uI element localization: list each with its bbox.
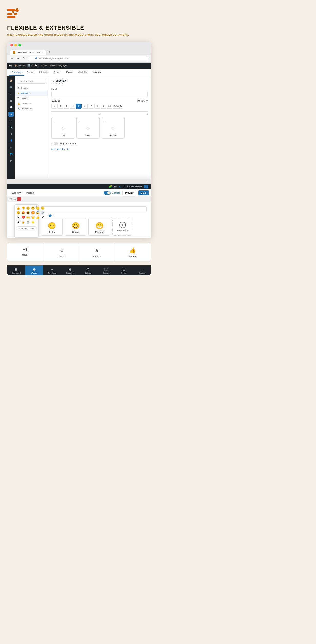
- emoji-angry[interactable]: 😡: [31, 211, 35, 215]
- emoji-neutral[interactable]: 😐: [41, 206, 45, 210]
- scale-btn-2[interactable]: 2: [57, 104, 63, 109]
- emoji-type-icon-circle[interactable]: ⬤: [49, 214, 52, 217]
- sidebar-icon-settings[interactable]: ⚙: [8, 132, 14, 137]
- emoji-star[interactable]: ⭐: [31, 220, 35, 224]
- scale-btn-8[interactable]: 8: [94, 104, 100, 109]
- preview-button[interactable]: Preview: [122, 190, 136, 195]
- scale-btn-1[interactable]: 1: [51, 104, 57, 109]
- sidebar-icon-comments[interactable]: 💬: [8, 105, 14, 110]
- save-button[interactable]: Save: [138, 190, 149, 195]
- emoji-coffee[interactable]: ☕: [26, 220, 30, 224]
- bottom-nav-templates[interactable]: ≡ Templates: [43, 265, 61, 275]
- wp-notes[interactable]: 💬 1: [34, 64, 39, 67]
- enabled-toggle[interactable]: Enabled: [104, 191, 120, 195]
- settings-menu-behaviours[interactable]: 🔧 Behaviours: [15, 106, 48, 111]
- wp-language[interactable]: Show all languages: [50, 64, 67, 67]
- emoji-popup-close-button[interactable]: ✕: [35, 205, 37, 208]
- sidebar-icon-edit[interactable]: ✏: [8, 92, 14, 97]
- new-tab-button[interactable]: +: [46, 48, 52, 55]
- tab-workflow[interactable]: Workflow: [76, 69, 90, 76]
- back-button[interactable]: ←: [10, 56, 14, 61]
- tab2-insights[interactable]: Insights: [24, 189, 37, 196]
- label-input[interactable]: [51, 92, 148, 97]
- bottom-nav-upgrade[interactable]: ↑ Upgrade: [133, 265, 151, 275]
- tab-close-button[interactable]: ✕: [41, 51, 43, 54]
- puzzle-icon[interactable]: 🧩: [108, 185, 112, 188]
- emoji-grin[interactable]: 😀: [31, 206, 35, 210]
- sidebar-icon-pages[interactable]: ☰: [8, 98, 14, 103]
- tab-insights[interactable]: Insights: [90, 69, 103, 76]
- tab-browse[interactable]: Browse: [51, 69, 64, 76]
- emoji-cross[interactable]: ✘: [16, 220, 21, 224]
- add-attribute-link[interactable]: Add new attribute: [51, 148, 148, 150]
- bottom-nav-popup[interactable]: ☐ Popup: [115, 265, 133, 275]
- emoji-thumbs-up[interactable]: 👍: [16, 206, 21, 210]
- more-options-icon[interactable]: ⋮: [123, 185, 125, 188]
- address-bar[interactable]: G Search Google or type a URL: [28, 56, 148, 61]
- sidebar-icon-tools[interactable]: 🔧: [8, 125, 14, 130]
- emoji-check[interactable]: ✔: [41, 215, 45, 219]
- new-point-button[interactable]: + New Point: [112, 218, 133, 236]
- emoji-thumbsup2[interactable]: 👍: [36, 215, 40, 219]
- widget-type-stars[interactable]: ★ 5 Stars: [79, 243, 115, 261]
- emoji-thumbs-down[interactable]: 👎: [21, 206, 25, 210]
- sidebar-icon-media[interactable]: ▶: [8, 158, 14, 163]
- widget-type-faces[interactable]: ☺ Faces: [43, 243, 79, 261]
- emoji-clap[interactable]: 🙌: [26, 215, 30, 219]
- scale-btn-7[interactable]: 7: [88, 104, 94, 109]
- collapse-icon[interactable]: ⌄: [146, 179, 148, 183]
- tab-export[interactable]: Export: [64, 69, 76, 76]
- wp-site-name[interactable]: 🏠 Website: [14, 64, 25, 67]
- widget-type-thumbs[interactable]: 👍 Thumbs: [115, 243, 151, 261]
- refresh-button[interactable]: ↻: [22, 56, 26, 61]
- emoji-skull[interactable]: 💀: [41, 211, 45, 215]
- bottom-nav-dashboard[interactable]: ⊞ Dashboard: [7, 265, 25, 275]
- emoji-star-struck[interactable]: 🤩: [21, 211, 25, 215]
- emoji-scared[interactable]: 😱: [36, 211, 40, 215]
- scale-btn-3[interactable]: 3: [64, 104, 69, 109]
- scale-btn-10[interactable]: 10: [107, 104, 112, 109]
- sidebar-icon-translate[interactable]: 🌐: [8, 152, 14, 157]
- emoji-type-icon-image[interactable]: ▭: [53, 214, 55, 217]
- wp-logo-icon[interactable]: W: [9, 64, 12, 67]
- paste-custom-emoji-button[interactable]: Paste custom emoji: [16, 226, 37, 230]
- emoji-sweat-smile[interactable]: 😅: [26, 211, 30, 215]
- scale-btn-5[interactable]: 5: [76, 104, 82, 109]
- forward-button[interactable]: →: [16, 56, 20, 61]
- close-dot[interactable]: [10, 44, 13, 46]
- settings-search-input[interactable]: [17, 79, 46, 84]
- emoji-smile[interactable]: 😊: [26, 206, 30, 210]
- bottom-nav-extensions[interactable]: ⊕ Extensions: [61, 265, 79, 275]
- sidebar-icon-users[interactable]: 👤: [8, 138, 14, 143]
- wp-comments[interactable]: 🔄 6: [27, 64, 32, 67]
- wp-new[interactable]: + New: [41, 64, 47, 67]
- sidebar-icon-blocks[interactable]: ⊞: [8, 145, 14, 150]
- sidebar-icon-search[interactable]: 🔍: [8, 85, 14, 90]
- emoji-broken-heart[interactable]: 💔: [21, 215, 25, 219]
- settings-menu-general[interactable]: ⚙ General: [15, 86, 48, 91]
- widget-type-count[interactable]: +1 Count: [7, 243, 43, 261]
- emoji-beer[interactable]: 🍺: [21, 220, 25, 224]
- scale-btn-9[interactable]: 9: [101, 104, 106, 109]
- bottom-nav-widgets[interactable]: ◉ Widgets: [25, 265, 43, 275]
- browser-tab[interactable]: TotalRating ‹ Website — Word… ✕: [10, 50, 46, 55]
- tab-integrate[interactable]: Integrate: [37, 69, 51, 76]
- bottom-nav-options[interactable]: ⚙ Options: [79, 265, 97, 275]
- scale-btn-6[interactable]: 6: [82, 104, 88, 109]
- tab-configure[interactable]: Configure: [9, 69, 24, 76]
- window-icon[interactable]: ▭: [114, 185, 117, 188]
- emoji-heart[interactable]: ❤: [16, 215, 21, 219]
- settings-menu-entities[interactable]: ☰ Entities: [15, 96, 48, 101]
- delete-icon[interactable]: [17, 197, 21, 201]
- sidebar-icon-rating[interactable]: ★: [8, 112, 14, 117]
- emoji-crown[interactable]: 👑: [31, 215, 35, 219]
- point-name-input[interactable]: [41, 206, 147, 212]
- circle-icon[interactable]: ●: [119, 185, 121, 188]
- minimize-dot[interactable]: [14, 44, 17, 46]
- bottom-nav-support[interactable]: 🎧 Support: [97, 265, 115, 275]
- tab-design[interactable]: Design: [24, 69, 37, 76]
- grid-icon[interactable]: ⊞: [10, 198, 12, 200]
- require-comment-toggle[interactable]: [51, 142, 58, 145]
- sidebar-icon-mail[interactable]: ✉: [8, 118, 14, 123]
- emoji-worried[interactable]: 😟: [16, 211, 21, 215]
